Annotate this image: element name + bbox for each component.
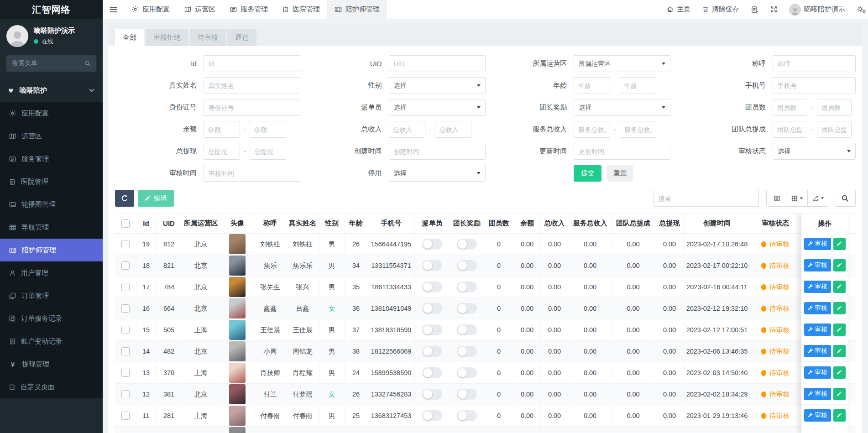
filter-select-派单员[interactable]: 选择 (389, 99, 486, 116)
dispatcher-toggle[interactable] (422, 367, 442, 378)
filter-input-更新时间[interactable] (574, 143, 670, 160)
leader_reward-toggle[interactable] (457, 346, 477, 357)
leader_reward-toggle[interactable] (457, 239, 477, 250)
submit-button[interactable]: 提交 (574, 165, 601, 182)
home-link[interactable]: 主页 (661, 0, 696, 19)
row-checkbox[interactable] (121, 261, 130, 270)
filter-range-min-总收入[interactable] (389, 121, 425, 138)
row-edit-button[interactable] (833, 302, 846, 314)
nav-tab-运营区[interactable]: 运营区 (177, 0, 223, 19)
filter-select-性别[interactable]: 选择 (389, 77, 486, 94)
filter-input-称呼[interactable] (773, 55, 856, 72)
fullscreen-button[interactable] (764, 0, 783, 19)
search-button[interactable] (835, 190, 856, 207)
audit-button[interactable]: 审核 (804, 259, 831, 271)
row-checkbox[interactable] (121, 347, 130, 355)
filter-select-所属运营区[interactable]: 所属运营区 (574, 55, 670, 72)
nav-tab-服务管理[interactable]: 服务管理 (223, 0, 275, 19)
filter-input-创建时间[interactable] (389, 143, 486, 160)
filter-input-UID[interactable] (389, 55, 486, 72)
sidebar-item-陪护师管理[interactable]: 陪护师管理 (0, 239, 103, 261)
dispatcher-toggle[interactable] (422, 239, 442, 250)
row-checkbox[interactable] (121, 369, 130, 377)
detail-view-button[interactable] (766, 190, 787, 207)
row-checkbox[interactable] (121, 304, 130, 313)
dispatcher-toggle[interactable] (422, 260, 442, 271)
sidebar-item-轮播图管理[interactable]: 轮播图管理 (0, 193, 103, 216)
row-edit-button[interactable] (833, 238, 846, 250)
sidebar-item-应用配置[interactable]: 应用配置 (0, 102, 103, 125)
edit-button[interactable]: 编辑 (138, 190, 174, 207)
filter-input-审核时间[interactable] (204, 165, 300, 182)
filter-input-真实姓名[interactable] (204, 77, 300, 94)
column-header-checkbox[interactable] (115, 214, 136, 234)
audit-button[interactable]: 审核 (804, 238, 831, 250)
sidebar-item-导航管理[interactable]: 导航管理 (0, 216, 103, 239)
sidebar-search-input[interactable]: 搜索菜单 (6, 55, 96, 72)
filter-range-max-余额[interactable] (250, 121, 286, 138)
sidebar-item-用户管理[interactable]: 用户管理 (0, 261, 103, 284)
sidebar-item-服务管理[interactable]: 服务管理 (0, 147, 103, 170)
row-edit-button[interactable] (833, 345, 846, 357)
filter-input-Id[interactable] (204, 55, 300, 72)
dispatcher-toggle[interactable] (422, 324, 442, 335)
filter-input-手机号[interactable] (773, 77, 856, 94)
export-button[interactable] (807, 190, 828, 207)
audit-button[interactable]: 审核 (804, 409, 831, 422)
audit-button[interactable]: 审核 (804, 281, 831, 293)
audit-button[interactable]: 审核 (804, 388, 831, 400)
filter-range-min-总提现[interactable] (204, 143, 240, 160)
status-tab-审核拒绝[interactable]: 审核拒绝 (146, 29, 188, 46)
row-edit-button[interactable] (833, 259, 846, 271)
filter-input-身份证号[interactable] (204, 99, 300, 116)
row-edit-button[interactable] (833, 388, 846, 400)
filter-range-max-团队总提成[interactable] (817, 121, 852, 138)
leader_reward-toggle[interactable] (457, 282, 477, 292)
dispatcher-toggle[interactable] (422, 303, 442, 314)
nav-tab-应用配置[interactable]: 应用配置 (125, 0, 177, 19)
leader_reward-toggle[interactable] (457, 303, 477, 314)
table-search-input[interactable] (653, 190, 759, 207)
filter-range-min-团队总提成[interactable] (773, 121, 807, 138)
filter-range-max-总收入[interactable] (435, 121, 471, 138)
audit-button[interactable]: 审核 (804, 366, 831, 379)
sidebar-item-订单管理[interactable]: 订单管理 (0, 284, 103, 307)
nav-tab-医院管理[interactable]: 医院管理 (275, 0, 327, 19)
filter-select-审核状态[interactable]: 选择 (773, 143, 856, 160)
status-tab-通过[interactable]: 通过 (227, 29, 256, 46)
dispatcher-toggle[interactable] (422, 346, 442, 357)
sidebar-item-医院管理[interactable]: 医院管理 (0, 170, 103, 193)
dispatcher-toggle[interactable] (422, 410, 442, 421)
row-checkbox[interactable] (121, 412, 130, 420)
status-tab-全部[interactable]: 全部 (115, 29, 144, 46)
sidebar-item-自定义页面[interactable]: 自定义页面 (0, 376, 103, 398)
row-edit-button[interactable] (833, 281, 846, 293)
nav-tab-陪护师管理[interactable]: 陪护师管理 (327, 0, 387, 19)
audit-button[interactable]: 审核 (804, 302, 831, 314)
reset-button[interactable]: 重置 (607, 165, 633, 182)
filter-range-min-余额[interactable] (204, 121, 240, 138)
filter-range-max-年龄[interactable] (620, 77, 656, 94)
dispatcher-toggle[interactable] (422, 389, 442, 400)
leader_reward-toggle[interactable] (457, 410, 477, 421)
filter-range-max-总提现[interactable] (250, 143, 286, 160)
row-edit-button[interactable] (833, 366, 846, 379)
row-checkbox[interactable] (121, 283, 130, 291)
sidebar-item-订单服务记录[interactable]: 订单服务记录 (0, 307, 103, 330)
sidebar-item-运营区[interactable]: 运营区 (0, 125, 103, 147)
row-edit-button[interactable] (833, 409, 846, 422)
filter-range-min-服务总收入[interactable] (574, 121, 610, 138)
user-menu[interactable]: 嘀嗒陪护演示 (783, 0, 851, 19)
filter-range-min-团员数[interactable] (773, 99, 807, 116)
sidebar-toggle-button[interactable] (103, 0, 125, 19)
filter-range-max-服务总收入[interactable] (620, 121, 656, 138)
status-tab-待审核[interactable]: 待审核 (190, 29, 226, 46)
select-all-checkbox[interactable] (121, 219, 130, 228)
sidebar-item-账户变动记录[interactable]: 账户变动记录 (0, 330, 103, 353)
language-button[interactable] (745, 0, 764, 19)
row-checkbox[interactable] (121, 326, 130, 334)
row-checkbox[interactable] (121, 240, 130, 248)
sidebar-item-提现管理[interactable]: ¥提现管理 (0, 353, 103, 376)
settings-button[interactable] (851, 0, 868, 19)
refresh-button[interactable] (115, 190, 134, 207)
